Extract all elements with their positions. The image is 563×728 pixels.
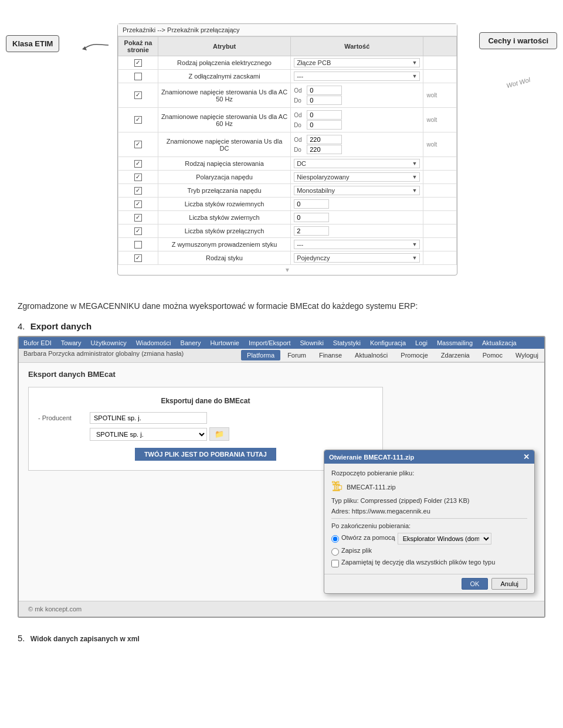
sub-item-promocje[interactable]: Promocje [395, 350, 433, 360]
nav-item-statystyki[interactable]: Statystyki [328, 337, 365, 349]
dialog-explorer-select[interactable]: Eksplorator Windows (domyślny) [398, 533, 491, 545]
nav-item-banery[interactable]: Banery [176, 337, 206, 349]
input-val[interactable] [294, 213, 329, 222]
checkbox-cell[interactable] [118, 211, 158, 224]
attr-value[interactable]: Niespolaryzowany▼ [291, 171, 423, 184]
attr-value[interactable]: OdDo [291, 108, 423, 132]
select-value[interactable]: Pojedynczy▼ [294, 253, 420, 263]
checkbox[interactable] [134, 214, 142, 222]
sub-item-aktualności[interactable]: Aktualności [349, 350, 394, 360]
attr-value[interactable]: Pojedynczy▼ [291, 251, 423, 265]
nav-item-logi[interactable]: Logi [411, 337, 432, 349]
checkbox-cell[interactable] [118, 70, 158, 83]
sub-item-forum[interactable]: Forum [282, 350, 312, 360]
checkbox-cell[interactable] [118, 83, 158, 108]
nav-item-słowniki[interactable]: Słowniki [295, 337, 328, 349]
checkbox-cell[interactable] [118, 108, 158, 132]
checkbox[interactable] [134, 141, 142, 148]
nav-item-konfiguracja[interactable]: Konfiguracja [365, 337, 411, 349]
input-from[interactable] [307, 110, 342, 120]
checkbox[interactable] [134, 73, 142, 80]
attr-unit [423, 251, 457, 265]
attr-value[interactable]: OdDo [291, 132, 423, 157]
dialog-cancel-button[interactable]: Anuluj [491, 578, 527, 590]
sub-item-zdarzenia[interactable]: Zdarzenia [435, 350, 476, 360]
select-value[interactable]: Złącze PCB▼ [294, 58, 420, 67]
nav-item-import/eksport[interactable]: Import/Eksport [244, 337, 296, 349]
input-from[interactable] [307, 86, 342, 95]
table-row: Liczba styków rozwiemnych [118, 198, 457, 211]
checkbox[interactable] [134, 59, 142, 67]
dialog-remember-label: Zapamiętaj tę decyzję dla wszystkich pli… [341, 559, 495, 566]
sub-item-finanse[interactable]: Finanse [313, 350, 348, 360]
attr-value[interactable]: ---▼ [291, 238, 423, 251]
dialog-ok-button[interactable]: OK [462, 578, 489, 590]
checkbox[interactable] [134, 187, 142, 195]
sub-item-pomoc[interactable]: Pomoc [477, 350, 508, 360]
select-value[interactable]: Niespolaryzowany▼ [294, 172, 420, 182]
checkbox[interactable] [134, 200, 142, 208]
folder-button[interactable]: 📁 [209, 427, 229, 441]
nav-item-bufor-edi[interactable]: Bufor EDI [19, 337, 56, 349]
attr-value[interactable]: DC▼ [291, 157, 423, 171]
input-from[interactable] [307, 135, 342, 144]
checkbox-cell[interactable] [118, 198, 158, 211]
checkbox-cell[interactable] [118, 171, 158, 184]
input-to[interactable] [307, 96, 342, 105]
col-header-val: Wartość [291, 37, 423, 56]
input-val[interactable] [294, 226, 329, 236]
checkbox-cell[interactable] [118, 251, 158, 265]
checkbox[interactable] [134, 160, 142, 168]
attr-value[interactable] [291, 211, 423, 224]
checkbox[interactable] [134, 174, 142, 181]
select-value[interactable]: DC▼ [294, 159, 420, 168]
attr-value[interactable]: ---▼ [291, 70, 423, 83]
producent-input[interactable] [90, 412, 207, 424]
dialog-remember-row: Zapamiętaj tę decyzję dla wszystkich pli… [331, 559, 527, 568]
sub-item-platforma[interactable]: Platforma [241, 350, 280, 360]
input-val[interactable] [294, 199, 329, 209]
checkbox-cell[interactable] [118, 224, 158, 238]
input-to[interactable] [307, 145, 342, 154]
select-value[interactable]: ---▼ [294, 240, 420, 249]
dialog-remember-checkbox[interactable] [331, 560, 339, 567]
checkbox[interactable] [134, 254, 142, 262]
attr-value[interactable]: Złącze PCB▼ [291, 56, 423, 70]
nav-item-massmailing[interactable]: Massmailing [432, 337, 477, 349]
checkbox[interactable] [134, 91, 142, 99]
checkbox-cell[interactable] [118, 184, 158, 198]
nav-item-hurtownie[interactable]: Hurtownie [205, 337, 244, 349]
nav-item-aktualizacja[interactable]: Aktualizacja [477, 337, 521, 349]
dialog-radio-save[interactable] [331, 548, 339, 556]
dialog-area: Otwieranie BMECAT-111.zip ✕ Rozpoczęto p… [28, 477, 535, 594]
checkbox[interactable] [134, 241, 142, 249]
attr-value[interactable]: OdDo [291, 83, 423, 108]
producent-select[interactable]: SPOTLINE sp. j. [90, 428, 207, 441]
dialog-close-button[interactable]: ✕ [523, 453, 530, 461]
dialog-download-started: Rozpoczęto pobieranie pliku: [331, 470, 527, 477]
nav-item-wiadomości[interactable]: Wiadomości [131, 337, 176, 349]
sub-item-wyloguj[interactable]: Wyloguj [510, 350, 544, 360]
attr-unit [423, 184, 457, 198]
checkbox[interactable] [134, 227, 142, 235]
nav-item-użytkownicy[interactable]: Użytkownicy [86, 337, 131, 349]
checkbox-cell[interactable] [118, 238, 158, 251]
input-to[interactable] [307, 120, 342, 130]
checkbox-cell[interactable] [118, 157, 158, 171]
dialog-radio-open[interactable] [331, 535, 339, 543]
checkbox-cell[interactable] [118, 132, 158, 157]
nav-item-towary[interactable]: Towary [56, 337, 86, 349]
download-button[interactable]: TWÓJ PLIK JEST DO POBRANIA TUTAJ [135, 448, 276, 461]
etim-table-container: Przekaźniki --> Przekaźnik przełączający… [117, 23, 457, 275]
table-row: Rodzaj stykuPojedynczy▼ [118, 251, 457, 265]
checkbox[interactable] [134, 116, 142, 124]
attr-unit [423, 171, 457, 184]
checkbox-cell[interactable] [118, 56, 158, 70]
attr-value[interactable] [291, 224, 423, 238]
producent-select-row: SPOTLINE sp. j. 📁 [90, 427, 373, 441]
select-value[interactable]: ---▼ [294, 72, 420, 81]
attr-value[interactable]: Monostabilny▼ [291, 184, 423, 198]
select-value[interactable]: Monostabilny▼ [294, 186, 420, 195]
attr-name: Polaryzacja napędu [158, 171, 290, 184]
attr-value[interactable] [291, 198, 423, 211]
